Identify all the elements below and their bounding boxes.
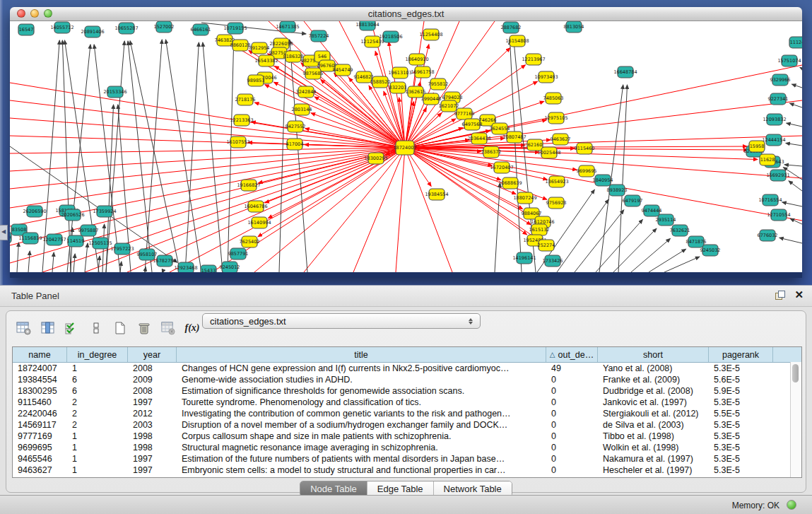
graph-node[interactable]: 9857791 <box>228 248 249 259</box>
delete-column-button[interactable] <box>134 319 155 337</box>
graph-node[interactable]: 8427552 <box>286 121 306 132</box>
table-row[interactable]: 969969511998Structural magnetic resonanc… <box>13 442 801 453</box>
column-header-short[interactable]: short <box>598 347 709 362</box>
row-height-button[interactable] <box>86 319 107 337</box>
graph-node[interactable]: 9474444 <box>642 205 662 216</box>
graph-node[interactable]: 6776032 <box>758 230 778 241</box>
table-row[interactable]: 946554611997Estimation of the future num… <box>13 453 801 465</box>
graph-node[interactable]: 11628 <box>760 154 775 165</box>
tab-node-table[interactable]: Node Table <box>300 481 367 496</box>
graph-node[interactable]: 9245012 <box>220 262 240 272</box>
splitter-collapse-button[interactable]: ◀ <box>0 225 8 240</box>
tab-network-table[interactable]: Network Table <box>434 481 512 496</box>
memory-indicator[interactable] <box>787 500 796 510</box>
table-row[interactable]: 2242004622012Investigating the contribut… <box>13 408 801 419</box>
table-row[interactable]: 1938455462009Genome-wide association stu… <box>13 374 801 385</box>
graph-node[interactable]: 39159 <box>10 232 11 243</box>
table-row[interactable]: 977716911998Corpus callosum shape and si… <box>13 431 801 442</box>
graph-node[interactable]: 10719155 <box>223 23 247 34</box>
float-panel-icon[interactable] <box>775 291 785 300</box>
graph-node[interactable]: 1615132 <box>529 224 550 235</box>
graph-node[interactable]: 12710554 <box>767 209 790 221</box>
column-header-pagerank[interactable]: pagerank <box>709 347 773 362</box>
graph-node[interactable]: 8813054 <box>564 21 584 33</box>
graph-node[interactable]: 15958 <box>749 141 765 152</box>
graph-node[interactable]: 9463627 <box>551 134 571 145</box>
graph-node[interactable]: 6479197 <box>623 195 643 206</box>
graph-node[interactable]: 12923468 <box>174 262 197 272</box>
graph-node[interactable]: 114519 <box>67 235 85 247</box>
delete-table-button[interactable] <box>158 319 179 337</box>
graph-node[interactable]: 16648784 <box>613 66 637 78</box>
graph-node[interactable]: 15751074 <box>777 55 801 66</box>
graph-node[interactable]: 13654923 <box>545 176 568 187</box>
show-columns-button[interactable] <box>37 319 59 337</box>
graph-node[interactable]: 12042757 <box>42 234 66 245</box>
graph-node[interactable]: 19166827 <box>237 180 260 191</box>
graph-node[interactable]: 10716554 <box>758 194 782 206</box>
graph-node[interactable]: 8860128 <box>230 40 251 51</box>
table-row[interactable]: 946362711997Embryonic stem cells: a mode… <box>13 465 801 476</box>
graph-node[interactable]: 9777169 <box>454 108 475 119</box>
graph-node[interactable]: 2803144 <box>292 104 312 115</box>
graph-node[interactable]: 9245032 <box>700 245 721 256</box>
graph-node[interactable]: 2935114 <box>656 214 676 226</box>
scrollbar-thumb[interactable] <box>792 364 799 382</box>
graph-node[interactable]: 1527002 <box>154 21 175 33</box>
graph-node[interactable]: 16140994 <box>247 217 271 228</box>
select-columns-button[interactable] <box>61 319 83 337</box>
graph-node[interactable]: 18813044 <box>355 21 379 30</box>
table-row[interactable]: 1456911722003Disruption of a novel membe… <box>13 419 801 431</box>
graph-node[interactable]: 6497568 <box>462 119 483 130</box>
graph-node[interactable]: 20153346 <box>103 86 126 98</box>
graph-node[interactable]: 17957223 <box>110 243 134 255</box>
graph-node[interactable]: 10973493 <box>534 71 558 83</box>
graph-node[interactable]: 1588520 <box>370 76 391 88</box>
graph-node[interactable]: 9115460 <box>575 143 595 154</box>
graph-node[interactable]: 18724007 <box>393 141 416 155</box>
graph-node[interactable]: 19613103 <box>388 67 411 78</box>
graph-node[interactable]: 14196141 <box>512 252 536 264</box>
graph-node[interactable]: 9875685 <box>303 68 324 79</box>
graph-node[interactable]: 26206590 <box>23 206 46 217</box>
graph-node[interactable]: 12213967 <box>522 54 545 65</box>
graph-node[interactable]: 2887682 <box>501 22 522 33</box>
column-header-in_degree[interactable]: in_degree <box>67 347 128 362</box>
graph-node[interactable]: 8454749 <box>333 64 353 76</box>
tab-edge-table[interactable]: Edge Table <box>367 481 434 496</box>
table-source-dropdown[interactable]: citations_edges.txt <box>202 313 481 329</box>
column-header-year[interactable]: year <box>128 347 177 362</box>
graph-node[interactable]: 7955812 <box>428 78 449 90</box>
graph-node[interactable]: 3242844 <box>296 86 317 98</box>
close-panel-icon[interactable]: ✕ <box>794 289 804 300</box>
graph-node[interactable]: 15692931 <box>766 170 789 181</box>
graph-node[interactable]: 9975887 <box>78 225 99 236</box>
table-row[interactable]: 1872400712008Changes of HCN gene express… <box>13 363 801 374</box>
graph-node[interactable]: 16107553 <box>226 136 249 148</box>
graph-node[interactable]: 7632621 <box>670 225 690 236</box>
graph-node[interactable]: 12975105 <box>544 112 567 124</box>
graph-node[interactable]: 16154808 <box>505 35 529 47</box>
graph-node[interactable]: 832203 <box>389 82 407 93</box>
graph-node[interactable]: 252274 <box>538 240 555 251</box>
graph-node[interactable]: 7857224 <box>309 30 329 42</box>
graph-node[interactable]: 2718176 <box>235 94 256 105</box>
graph-node[interactable]: 18807249 <box>513 192 536 204</box>
column-header-name[interactable]: name <box>13 347 67 362</box>
graph-node[interactable]: 9699695 <box>577 165 597 177</box>
column-header-out_de[interactable]: △out_de… <box>546 347 598 362</box>
graph-node[interactable]: 14055712 <box>50 22 73 33</box>
table-row[interactable]: 911546021997Tourette syndrome. Phenomeno… <box>13 397 801 408</box>
graph-node[interactable]: 10688639 <box>498 177 522 189</box>
graph-node[interactable]: 18640910 <box>405 54 428 65</box>
column-header-title[interactable]: title <box>177 347 546 362</box>
graph-node[interactable]: 7386372 <box>481 146 502 158</box>
graph-node[interactable]: 417004 <box>286 139 304 150</box>
graph-node[interactable]: 8938923 <box>607 185 628 196</box>
graph-node[interactable]: 11124 <box>789 37 802 48</box>
graph-node[interactable]: 7485063 <box>543 93 564 104</box>
graph-node[interactable]: 1621072 <box>439 100 459 112</box>
window-titlebar[interactable]: citations_edges.txt <box>10 7 802 21</box>
graph-node[interactable]: 9227341 <box>768 93 789 105</box>
graph-node[interactable]: 6466161 <box>191 24 211 35</box>
